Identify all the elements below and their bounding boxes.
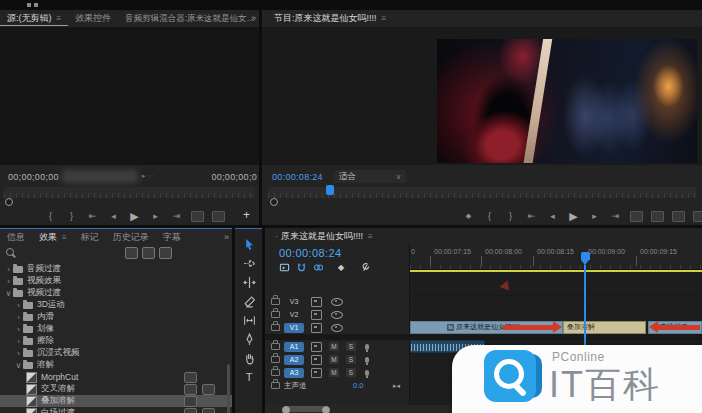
- go-to-out-button[interactable]: ⇥: [605, 211, 626, 221]
- panel-menu-icon[interactable]: ≡: [382, 14, 387, 23]
- tab-history[interactable]: 历史记录: [106, 231, 156, 244]
- mark-in-button[interactable]: {: [40, 211, 61, 221]
- pen-tool[interactable]: [242, 332, 256, 346]
- source-mini-timeline[interactable]: [4, 187, 255, 198]
- export-frame-icon[interactable]: [672, 211, 685, 222]
- step-back-button[interactable]: ◂: [542, 211, 563, 221]
- tab-program-monitor[interactable]: 节目:原来这就是仙女吗!!!! ≡: [262, 12, 393, 25]
- voiceover-mic-icon[interactable]: [365, 344, 369, 350]
- chevron-right-icon[interactable]: ›: [14, 337, 23, 346]
- folder-item-video-effects[interactable]: ›视频效果: [0, 275, 227, 287]
- mute-button[interactable]: M: [329, 342, 339, 351]
- folder-item-dissolve[interactable]: ∨溶解: [0, 359, 227, 371]
- track-output-eye-icon[interactable]: [331, 298, 343, 306]
- track-target-button[interactable]: V1: [284, 323, 304, 333]
- tab-effect-controls[interactable]: 效果控件: [68, 12, 118, 25]
- track-target-button[interactable]: A3: [284, 368, 304, 378]
- nest-sequence-icon[interactable]: [279, 262, 290, 273]
- folder-item-video-transitions[interactable]: ∨视频过渡: [0, 287, 227, 299]
- transition-additive-dissolve[interactable]: 叠加溶解: [563, 321, 646, 334]
- solo-button[interactable]: S: [346, 355, 356, 364]
- go-to-in-button[interactable]: ⇤: [82, 211, 103, 221]
- effect-item-cross-dissolve[interactable]: 交叉溶解: [0, 383, 227, 395]
- folder-item-audio-transitions[interactable]: ›音频过渡: [0, 263, 227, 275]
- folder-item-iris[interactable]: ›划像: [0, 323, 227, 335]
- search-input[interactable]: [18, 246, 122, 260]
- chevron-right-icon[interactable]: ›: [14, 325, 23, 334]
- program-scrubber-handle[interactable]: [270, 198, 278, 206]
- go-to-in-button[interactable]: ⇤: [521, 211, 542, 221]
- go-to-out-button[interactable]: ⇥: [166, 211, 187, 221]
- tab-sequence[interactable]: · 原来这就是仙女吗!!!! ≡: [265, 230, 380, 243]
- lock-icon[interactable]: [271, 369, 280, 376]
- insert-icon[interactable]: [191, 211, 204, 222]
- hand-tool[interactable]: [242, 351, 256, 365]
- chevron-right-icon[interactable]: ›: [14, 313, 23, 322]
- type-tool[interactable]: T: [242, 370, 256, 384]
- track-target-button[interactable]: A2: [284, 355, 304, 365]
- chevron-down-icon[interactable]: ∨: [4, 289, 13, 298]
- mute-button[interactable]: M: [329, 368, 339, 377]
- source-scrubber-handle[interactable]: [5, 198, 13, 206]
- lift-icon[interactable]: [630, 211, 643, 222]
- mark-out-button[interactable]: }: [500, 211, 521, 221]
- tab-info[interactable]: 信息: [0, 231, 32, 244]
- lock-icon[interactable]: [271, 311, 280, 318]
- track-target-button[interactable]: V3: [284, 297, 304, 307]
- chevron-right-icon[interactable]: ›: [4, 265, 13, 274]
- track-target-button[interactable]: V2: [284, 310, 304, 320]
- source-zoom-menu-marks[interactable]: ▸ ⋯: [142, 172, 154, 180]
- lock-icon[interactable]: [271, 298, 280, 305]
- effects-scrollbar[interactable]: [227, 364, 230, 413]
- tab-overflow-chevron[interactable]: »: [224, 232, 229, 242]
- solo-button[interactable]: S: [346, 342, 356, 351]
- filter-yuv-effects-icon[interactable]: [159, 247, 172, 259]
- timeline-hscrollbar-thumb[interactable]: [285, 406, 325, 412]
- voiceover-mic-icon[interactable]: [365, 357, 369, 363]
- filter-32bit-effects-icon[interactable]: [142, 247, 155, 259]
- folder-item-wipe[interactable]: ›擦除: [0, 335, 227, 347]
- track-select-forward-tool[interactable]: [242, 256, 256, 270]
- panel-menu-icon[interactable]: ≡: [57, 14, 62, 23]
- add-panel-button[interactable]: +: [243, 208, 250, 222]
- effect-item-additive-dissolve[interactable]: 叠加溶解: [0, 395, 232, 407]
- lock-icon[interactable]: [271, 324, 280, 331]
- tab-overflow-chevron[interactable]: »: [251, 13, 256, 23]
- lock-icon[interactable]: [271, 343, 280, 350]
- slip-tool[interactable]: [242, 313, 256, 327]
- chevron-right-icon[interactable]: ›: [14, 349, 23, 358]
- program-mini-playhead[interactable]: [326, 185, 334, 195]
- chevron-right-icon[interactable]: ›: [4, 277, 13, 286]
- panel-menu-icon[interactable]: ≡: [62, 233, 67, 242]
- effect-item-morphcut[interactable]: MorphCut: [0, 371, 227, 383]
- sync-lock-icon[interactable]: [311, 310, 322, 320]
- timeline-ruler[interactable]: 0 00:00:07:15 00:00:08:00 00:00:08:15 00…: [410, 244, 702, 270]
- filter-accelerated-effects-icon[interactable]: [125, 247, 138, 259]
- timeline-timecode[interactable]: 00:00:08:24: [279, 247, 342, 259]
- folder-item-immersive-video[interactable]: ›沉浸式视频: [0, 347, 227, 359]
- lock-icon[interactable]: [271, 356, 280, 363]
- add-marker-button[interactable]: ◆: [458, 212, 479, 220]
- tab-effects[interactable]: 效果 ≡: [32, 231, 74, 244]
- chevron-down-icon[interactable]: ∨: [14, 361, 23, 370]
- master-level-value[interactable]: 0.0: [353, 381, 363, 390]
- voiceover-mic-icon[interactable]: [365, 370, 369, 376]
- scrollbar-handle-left[interactable]: [282, 406, 290, 413]
- step-forward-button[interactable]: ▸: [584, 211, 605, 221]
- keyframe-nav-icon[interactable]: ▸◂: [393, 382, 400, 390]
- sync-lock-icon[interactable]: [311, 342, 322, 352]
- selection-tool[interactable]: [242, 237, 256, 251]
- track-output-eye-icon[interactable]: [331, 324, 343, 332]
- overwrite-icon[interactable]: [212, 211, 225, 222]
- folder-item-slide[interactable]: ›内滑: [0, 311, 227, 323]
- timeline-settings-wrench-icon[interactable]: [359, 262, 370, 273]
- step-back-button[interactable]: ◂: [103, 211, 124, 221]
- play-button[interactable]: ▶: [563, 210, 584, 223]
- add-marker-icon[interactable]: ◆: [338, 263, 344, 272]
- scrollbar-handle-right[interactable]: [322, 406, 330, 413]
- sync-lock-icon[interactable]: [311, 355, 322, 365]
- sync-lock-icon[interactable]: [311, 323, 322, 333]
- mark-in-button[interactable]: {: [479, 211, 500, 221]
- tab-captions[interactable]: 字幕: [156, 231, 188, 244]
- effect-item-dip-to-white[interactable]: 白场过渡: [0, 407, 227, 413]
